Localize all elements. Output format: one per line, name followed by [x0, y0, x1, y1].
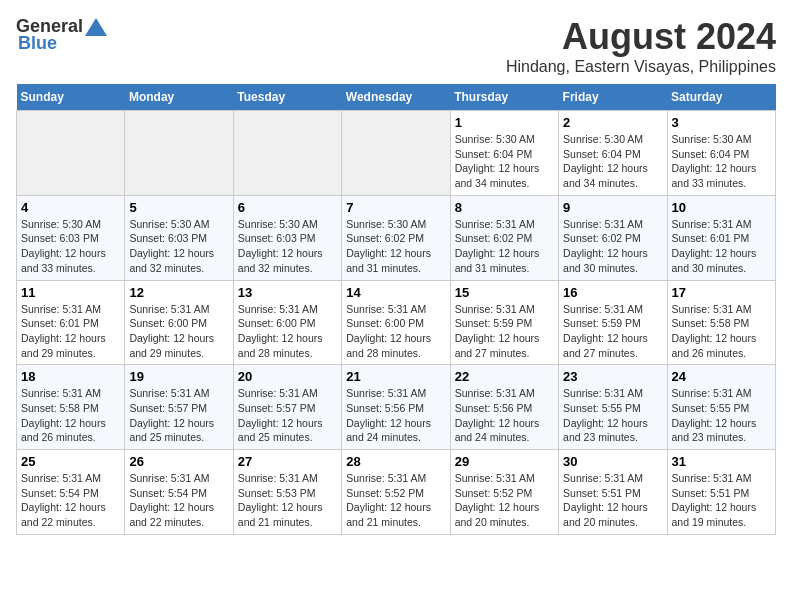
- day-number: 13: [238, 285, 337, 300]
- day-info: Sunrise: 5:31 AM Sunset: 5:57 PM Dayligh…: [238, 386, 337, 445]
- calendar-header-row: SundayMondayTuesdayWednesdayThursdayFrid…: [17, 84, 776, 111]
- calendar-cell: 24Sunrise: 5:31 AM Sunset: 5:55 PM Dayli…: [667, 365, 775, 450]
- calendar-cell: 5Sunrise: 5:30 AM Sunset: 6:03 PM Daylig…: [125, 195, 233, 280]
- day-number: 9: [563, 200, 662, 215]
- day-info: Sunrise: 5:30 AM Sunset: 6:04 PM Dayligh…: [455, 132, 554, 191]
- calendar-cell: 25Sunrise: 5:31 AM Sunset: 5:54 PM Dayli…: [17, 450, 125, 535]
- day-info: Sunrise: 5:31 AM Sunset: 5:54 PM Dayligh…: [129, 471, 228, 530]
- day-number: 14: [346, 285, 445, 300]
- calendar-week-3: 11Sunrise: 5:31 AM Sunset: 6:01 PM Dayli…: [17, 280, 776, 365]
- day-info: Sunrise: 5:31 AM Sunset: 6:00 PM Dayligh…: [238, 302, 337, 361]
- calendar-cell: 22Sunrise: 5:31 AM Sunset: 5:56 PM Dayli…: [450, 365, 558, 450]
- header-sunday: Sunday: [17, 84, 125, 111]
- day-number: 8: [455, 200, 554, 215]
- day-info: Sunrise: 5:31 AM Sunset: 6:02 PM Dayligh…: [563, 217, 662, 276]
- day-info: Sunrise: 5:30 AM Sunset: 6:04 PM Dayligh…: [563, 132, 662, 191]
- calendar-cell: 19Sunrise: 5:31 AM Sunset: 5:57 PM Dayli…: [125, 365, 233, 450]
- calendar-cell: 9Sunrise: 5:31 AM Sunset: 6:02 PM Daylig…: [559, 195, 667, 280]
- day-info: Sunrise: 5:31 AM Sunset: 5:52 PM Dayligh…: [346, 471, 445, 530]
- calendar-cell: 3Sunrise: 5:30 AM Sunset: 6:04 PM Daylig…: [667, 111, 775, 196]
- day-number: 30: [563, 454, 662, 469]
- day-info: Sunrise: 5:31 AM Sunset: 5:55 PM Dayligh…: [672, 386, 771, 445]
- day-info: Sunrise: 5:30 AM Sunset: 6:03 PM Dayligh…: [21, 217, 120, 276]
- day-info: Sunrise: 5:31 AM Sunset: 5:51 PM Dayligh…: [672, 471, 771, 530]
- calendar-cell: [342, 111, 450, 196]
- page-title: August 2024: [506, 16, 776, 58]
- calendar-week-5: 25Sunrise: 5:31 AM Sunset: 5:54 PM Dayli…: [17, 450, 776, 535]
- title-area: August 2024 Hindang, Eastern Visayas, Ph…: [506, 16, 776, 76]
- day-number: 24: [672, 369, 771, 384]
- header-thursday: Thursday: [450, 84, 558, 111]
- calendar-cell: 27Sunrise: 5:31 AM Sunset: 5:53 PM Dayli…: [233, 450, 341, 535]
- calendar-cell: 13Sunrise: 5:31 AM Sunset: 6:00 PM Dayli…: [233, 280, 341, 365]
- day-info: Sunrise: 5:31 AM Sunset: 5:51 PM Dayligh…: [563, 471, 662, 530]
- day-number: 5: [129, 200, 228, 215]
- calendar-cell: 12Sunrise: 5:31 AM Sunset: 6:00 PM Dayli…: [125, 280, 233, 365]
- calendar-cell: [17, 111, 125, 196]
- header-friday: Friday: [559, 84, 667, 111]
- day-number: 28: [346, 454, 445, 469]
- day-info: Sunrise: 5:31 AM Sunset: 5:57 PM Dayligh…: [129, 386, 228, 445]
- day-number: 12: [129, 285, 228, 300]
- calendar-cell: 21Sunrise: 5:31 AM Sunset: 5:56 PM Dayli…: [342, 365, 450, 450]
- calendar-cell: 4Sunrise: 5:30 AM Sunset: 6:03 PM Daylig…: [17, 195, 125, 280]
- calendar-week-2: 4Sunrise: 5:30 AM Sunset: 6:03 PM Daylig…: [17, 195, 776, 280]
- day-info: Sunrise: 5:31 AM Sunset: 5:59 PM Dayligh…: [563, 302, 662, 361]
- calendar-cell: 28Sunrise: 5:31 AM Sunset: 5:52 PM Dayli…: [342, 450, 450, 535]
- day-info: Sunrise: 5:30 AM Sunset: 6:04 PM Dayligh…: [672, 132, 771, 191]
- day-info: Sunrise: 5:31 AM Sunset: 5:56 PM Dayligh…: [455, 386, 554, 445]
- calendar-cell: 1Sunrise: 5:30 AM Sunset: 6:04 PM Daylig…: [450, 111, 558, 196]
- day-info: Sunrise: 5:30 AM Sunset: 6:03 PM Dayligh…: [129, 217, 228, 276]
- day-number: 3: [672, 115, 771, 130]
- day-number: 25: [21, 454, 120, 469]
- day-number: 26: [129, 454, 228, 469]
- calendar-cell: 23Sunrise: 5:31 AM Sunset: 5:55 PM Dayli…: [559, 365, 667, 450]
- calendar-cell: 7Sunrise: 5:30 AM Sunset: 6:02 PM Daylig…: [342, 195, 450, 280]
- calendar-cell: 10Sunrise: 5:31 AM Sunset: 6:01 PM Dayli…: [667, 195, 775, 280]
- day-number: 31: [672, 454, 771, 469]
- day-info: Sunrise: 5:31 AM Sunset: 5:56 PM Dayligh…: [346, 386, 445, 445]
- day-number: 21: [346, 369, 445, 384]
- day-info: Sunrise: 5:31 AM Sunset: 5:58 PM Dayligh…: [21, 386, 120, 445]
- svg-marker-0: [85, 18, 107, 36]
- calendar-table: SundayMondayTuesdayWednesdayThursdayFrid…: [16, 84, 776, 535]
- calendar-cell: 30Sunrise: 5:31 AM Sunset: 5:51 PM Dayli…: [559, 450, 667, 535]
- day-info: Sunrise: 5:31 AM Sunset: 6:01 PM Dayligh…: [21, 302, 120, 361]
- day-number: 10: [672, 200, 771, 215]
- page-subtitle: Hindang, Eastern Visayas, Philippines: [506, 58, 776, 76]
- day-number: 22: [455, 369, 554, 384]
- calendar-cell: [233, 111, 341, 196]
- calendar-cell: 31Sunrise: 5:31 AM Sunset: 5:51 PM Dayli…: [667, 450, 775, 535]
- calendar-cell: 2Sunrise: 5:30 AM Sunset: 6:04 PM Daylig…: [559, 111, 667, 196]
- calendar-cell: 6Sunrise: 5:30 AM Sunset: 6:03 PM Daylig…: [233, 195, 341, 280]
- day-number: 11: [21, 285, 120, 300]
- day-number: 4: [21, 200, 120, 215]
- day-number: 20: [238, 369, 337, 384]
- day-info: Sunrise: 5:30 AM Sunset: 6:02 PM Dayligh…: [346, 217, 445, 276]
- calendar-cell: 17Sunrise: 5:31 AM Sunset: 5:58 PM Dayli…: [667, 280, 775, 365]
- calendar-cell: 15Sunrise: 5:31 AM Sunset: 5:59 PM Dayli…: [450, 280, 558, 365]
- calendar-cell: 11Sunrise: 5:31 AM Sunset: 6:01 PM Dayli…: [17, 280, 125, 365]
- day-number: 7: [346, 200, 445, 215]
- day-number: 18: [21, 369, 120, 384]
- calendar-cell: 26Sunrise: 5:31 AM Sunset: 5:54 PM Dayli…: [125, 450, 233, 535]
- calendar-week-4: 18Sunrise: 5:31 AM Sunset: 5:58 PM Dayli…: [17, 365, 776, 450]
- day-number: 17: [672, 285, 771, 300]
- calendar-cell: 18Sunrise: 5:31 AM Sunset: 5:58 PM Dayli…: [17, 365, 125, 450]
- day-info: Sunrise: 5:31 AM Sunset: 5:59 PM Dayligh…: [455, 302, 554, 361]
- header-monday: Monday: [125, 84, 233, 111]
- calendar-cell: 20Sunrise: 5:31 AM Sunset: 5:57 PM Dayli…: [233, 365, 341, 450]
- day-number: 29: [455, 454, 554, 469]
- calendar-cell: [125, 111, 233, 196]
- day-number: 1: [455, 115, 554, 130]
- calendar-cell: 8Sunrise: 5:31 AM Sunset: 6:02 PM Daylig…: [450, 195, 558, 280]
- header-saturday: Saturday: [667, 84, 775, 111]
- day-number: 23: [563, 369, 662, 384]
- day-info: Sunrise: 5:31 AM Sunset: 5:58 PM Dayligh…: [672, 302, 771, 361]
- calendar-week-1: 1Sunrise: 5:30 AM Sunset: 6:04 PM Daylig…: [17, 111, 776, 196]
- calendar-cell: 16Sunrise: 5:31 AM Sunset: 5:59 PM Dayli…: [559, 280, 667, 365]
- day-info: Sunrise: 5:31 AM Sunset: 6:00 PM Dayligh…: [346, 302, 445, 361]
- header-tuesday: Tuesday: [233, 84, 341, 111]
- day-number: 2: [563, 115, 662, 130]
- day-info: Sunrise: 5:31 AM Sunset: 6:02 PM Dayligh…: [455, 217, 554, 276]
